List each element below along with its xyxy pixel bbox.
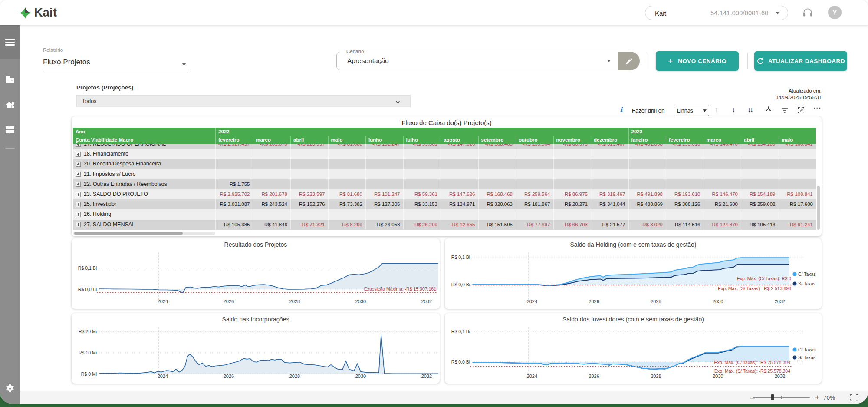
table-cell[interactable]: R$ 26.058 (365, 220, 403, 230)
table-cell[interactable] (441, 179, 478, 189)
table-cell[interactable] (290, 159, 328, 169)
table-cell[interactable] (704, 179, 741, 189)
table-row[interactable]: 23. SALDO DO PROJETO-R$ 2.925.702-R$ 201… (73, 189, 816, 199)
table-cell[interactable] (215, 159, 253, 169)
table-cell[interactable]: -R$ 201.678 (253, 189, 291, 199)
expand-row-icon[interactable] (76, 212, 81, 217)
company-selector[interactable]: Kait 54.141.090/0001-60 (645, 6, 788, 20)
table-cell[interactable] (253, 169, 291, 179)
table-cell[interactable] (704, 159, 741, 169)
table-cell[interactable] (741, 179, 779, 189)
sidebar-item-dashboard[interactable] (0, 125, 20, 135)
table-cell[interactable] (215, 209, 253, 219)
expand-row-icon[interactable] (76, 172, 81, 177)
table-cell[interactable] (779, 149, 816, 159)
table-cell[interactable]: -R$ 66.703 (553, 220, 591, 230)
sidebar-menu-toggle[interactable] (0, 25, 20, 59)
table-cell[interactable] (478, 149, 516, 159)
table-cell[interactable] (553, 169, 591, 179)
table-cell[interactable]: R$ 308.126 (666, 199, 704, 209)
refresh-dashboard-button[interactable]: ATUALIZAR DASHBOARD (754, 51, 847, 71)
info-icon[interactable]: i (620, 106, 622, 113)
more-options-icon[interactable]: ⋯ (813, 103, 821, 113)
table-cell[interactable] (290, 209, 328, 219)
table-cell[interactable] (666, 159, 704, 169)
table-cell[interactable] (403, 179, 441, 189)
table-cell[interactable]: R$ 259.602 (741, 199, 779, 209)
drill-down-icon[interactable]: ↓ (732, 106, 736, 114)
chart-saldo-incorporacoes[interactable]: Saldo nas Incorporações R$ 20 MiR$ 10 Mi… (72, 313, 440, 384)
table-row[interactable]: 27. SALDO MENSALR$ 105.385R$ 41.846-R$ 7… (73, 220, 816, 230)
table-cell[interactable] (328, 179, 366, 189)
table-cell[interactable]: R$ 41.846 (253, 220, 291, 230)
header-month[interactable]: setembro (478, 136, 516, 144)
zoom-in-button[interactable]: + (815, 393, 819, 402)
table-cell[interactable] (441, 169, 478, 179)
header-month[interactable]: agosto (441, 136, 478, 144)
table-cell[interactable] (365, 159, 403, 169)
table-cell[interactable] (704, 209, 741, 219)
table-cell[interactable] (215, 149, 253, 159)
table-cell[interactable] (553, 149, 591, 159)
table-cell[interactable] (478, 159, 516, 169)
table-cell[interactable]: -R$ 193.610 (666, 189, 704, 199)
table-row[interactable]: 18. Financiamento (73, 149, 816, 159)
table-cell[interactable]: -R$ 147.626 (441, 189, 478, 199)
table-cell[interactable] (591, 179, 628, 189)
avatar[interactable]: Y (828, 6, 842, 19)
table-cell[interactable] (328, 149, 366, 159)
drill-down-all-icon[interactable]: ↓↓ (747, 106, 752, 114)
table-cell[interactable] (741, 159, 779, 169)
new-scenario-button[interactable]: + NOVO CENÁRIO (656, 51, 739, 71)
table-cell[interactable] (591, 149, 628, 159)
table-cell[interactable]: R$ 181.867 (516, 199, 553, 209)
table-cell[interactable] (553, 159, 591, 169)
scenario-caret-icon[interactable] (607, 60, 611, 62)
table-cell[interactable]: R$ 1.755 (215, 179, 253, 189)
expand-next-level-icon[interactable] (765, 106, 772, 115)
table-cell[interactable] (741, 149, 779, 159)
table-cell[interactable]: R$ 243.524 (253, 199, 291, 209)
report-caret-icon[interactable] (182, 63, 186, 66)
table-cell[interactable]: -R$ 81.680 (328, 144, 366, 149)
table-cell[interactable] (591, 209, 628, 219)
projects-filter-select[interactable]: Todos (76, 95, 411, 107)
table-cell[interactable] (365, 179, 403, 189)
header-month[interactable]: julho (403, 136, 441, 144)
horizontal-scrollbar[interactable] (73, 232, 215, 235)
table-cell[interactable]: -R$ 124.870 (704, 220, 741, 230)
table-cell[interactable]: -R$ 101.247 (365, 189, 403, 199)
table-cell[interactable]: -R$ 146.470 (704, 144, 741, 149)
table-cell[interactable]: -R$ 86.975 (553, 189, 591, 199)
table-cell[interactable]: -R$ 168.468 (478, 144, 516, 149)
table-cell[interactable]: -R$ 491.898 (628, 144, 666, 149)
table-cell[interactable]: R$ 151.595 (478, 220, 516, 230)
chart-resultado-projetos[interactable]: Resultado dos Projetos R$ 0,1 BiR$ 0,0 B… (72, 238, 440, 309)
table-cell[interactable] (741, 209, 779, 219)
table-cell[interactable]: -R$ 146.470 (704, 189, 741, 199)
header-month[interactable]: outubro (516, 136, 553, 144)
header-month[interactable]: março (704, 136, 741, 144)
table-cell[interactable] (403, 209, 441, 219)
table-cell[interactable] (628, 149, 666, 159)
table-row[interactable]: 17. RESULTADO OPERACIONAL-R$ 2.927.457-R… (73, 144, 816, 149)
table-cell[interactable] (666, 149, 704, 159)
table-cell[interactable] (628, 179, 666, 189)
expand-row-icon[interactable] (76, 222, 81, 227)
sidebar-item-projects[interactable] (0, 99, 20, 110)
table-cell[interactable]: -R$ 81.680 (328, 189, 366, 199)
table-cell[interactable] (215, 169, 253, 179)
table-cell[interactable] (253, 179, 291, 189)
sidebar-item-reports[interactable] (0, 74, 20, 85)
support-icon[interactable] (802, 7, 813, 20)
expand-row-icon[interactable] (76, 152, 81, 157)
table-cell[interactable]: R$ 152.276 (290, 199, 328, 209)
table-cell[interactable]: -R$ 193.610 (666, 144, 704, 149)
table-row[interactable]: 22. Outras Entradas / ReembolsosR$ 1.755 (73, 179, 816, 189)
table-cell[interactable]: -R$ 91.241 (779, 220, 816, 230)
table-cell[interactable]: -R$ 223.597 (290, 144, 328, 149)
table-cell[interactable] (403, 149, 441, 159)
table-cell[interactable] (328, 169, 366, 179)
table-cell[interactable] (253, 209, 291, 219)
header-month[interactable]: maio (328, 136, 366, 144)
